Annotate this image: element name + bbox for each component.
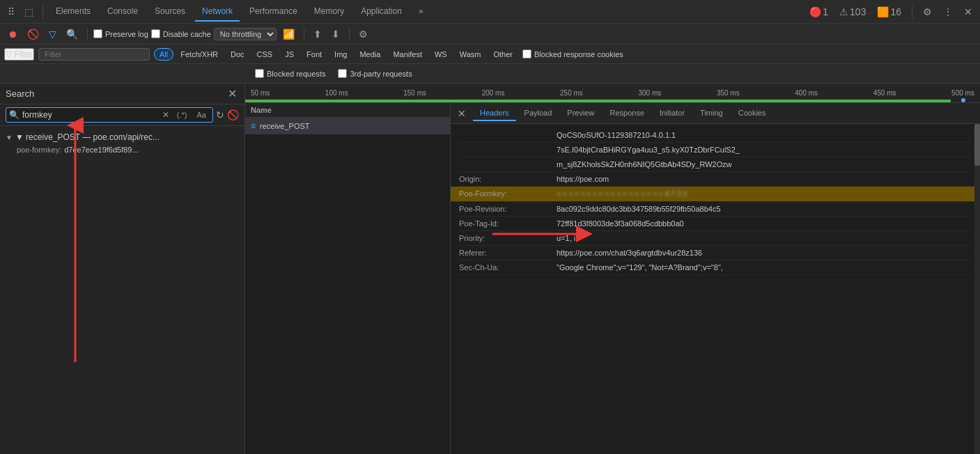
header-key-priority: Priority:: [459, 234, 557, 242]
close-devtools-icon[interactable]: ✕: [960, 4, 976, 19]
clear-button[interactable]: 🚫: [24, 27, 42, 41]
blocked-cookies-label[interactable]: Blocked response cookies: [522, 49, 623, 58]
import-har-button[interactable]: ⬇: [328, 27, 343, 41]
third-party-label[interactable]: 3rd-party requests: [338, 69, 412, 78]
tab-preview[interactable]: Preview: [560, 106, 601, 121]
filter-css-button[interactable]: CSS: [251, 48, 279, 61]
tab-more[interactable]: »: [412, 2, 430, 22]
header-row-revision: Poe-Revision: 8ac092c9ddc80dc3bb347589b5…: [459, 202, 972, 217]
filter-media-button[interactable]: Media: [354, 48, 386, 61]
notif-count-button[interactable]: 🟧 16: [873, 4, 905, 19]
preserve-log-checkbox[interactable]: [93, 29, 102, 38]
timeline-label-3: 200 ms: [482, 89, 505, 97]
filter-img-button[interactable]: Img: [329, 48, 352, 61]
filter-all-button[interactable]: All: [154, 48, 173, 61]
tab-headers[interactable]: Headers: [473, 106, 516, 121]
tab-memory[interactable]: Memory: [307, 2, 351, 22]
warn-triangle-icon: ⚠: [839, 6, 848, 17]
header-row-tagid: Poe-Tag-Id: 72ff81d3f8003de3f3a068d5cdbb…: [459, 217, 972, 231]
tab-response[interactable]: Response: [602, 106, 651, 121]
search-clear-button[interactable]: ✕: [161, 110, 171, 120]
header-row-sec-ch-ua: Sec-Ch-Ua: "Google Chrome";v="129", "Not…: [459, 260, 972, 275]
search-button[interactable]: 🔍: [63, 27, 81, 41]
search-refresh-button[interactable]: ↻: [216, 109, 224, 120]
filter-icon[interactable]: ▽ Filter: [4, 48, 34, 61]
details-close-button[interactable]: ✕: [455, 108, 469, 119]
network-settings-icon[interactable]: ⚙: [355, 27, 371, 41]
search-results: ▼ ▼ receive_POST — poe.com/api/rec... po…: [0, 126, 244, 454]
net-divider-2: [304, 28, 304, 40]
timeline-label-7: 400 ms: [795, 89, 818, 97]
filter-type-group: All Fetch/XHR Doc CSS JS Font Img Media …: [154, 48, 518, 61]
filter-js-button[interactable]: JS: [279, 48, 300, 61]
tab-payload[interactable]: Payload: [518, 106, 559, 121]
tab-performance[interactable]: Performance: [242, 2, 304, 22]
filter-toggle-button[interactable]: ▽: [45, 27, 60, 41]
filter-wasm-button[interactable]: Wasm: [454, 48, 487, 61]
scrollbar-thumb[interactable]: [974, 124, 980, 166]
filter-input[interactable]: [38, 48, 150, 61]
header-key-revision: Poe-Revision:: [459, 205, 557, 213]
filter-fetch-button[interactable]: Fetch/XHR: [175, 48, 224, 61]
result-group-header[interactable]: ▼ ▼ receive_POST — poe.com/api/rec...: [6, 130, 239, 144]
right-panel: 50 ms 100 ms 150 ms 200 ms 250 ms 300 ms…: [245, 84, 980, 454]
filter-other-button[interactable]: Other: [488, 48, 518, 61]
request-list-items: ≡ receive_POST: [245, 118, 450, 454]
tab-network[interactable]: Network: [195, 2, 240, 22]
inspect-icon[interactable]: ⬚: [21, 4, 37, 19]
notif-count: 16: [890, 6, 901, 17]
filter-row: ▽ Filter All Fetch/XHR Doc CSS JS Font I…: [0, 45, 980, 64]
tab-elements[interactable]: Elements: [49, 2, 98, 22]
tab-application[interactable]: Application: [354, 2, 409, 22]
search-cancel-button[interactable]: 🚫: [227, 109, 239, 120]
throttle-select[interactable]: No throttling: [214, 28, 277, 40]
header-row-0: QoCS0oSUfO-1129387210-4.0.1.1: [459, 128, 972, 143]
filter-ws-button[interactable]: WS: [429, 48, 453, 61]
blocked-cookies-checkbox[interactable]: [522, 49, 531, 58]
error-count-button[interactable]: 🔴 1: [806, 4, 832, 19]
preserve-log-label[interactable]: Preserve log: [93, 29, 148, 38]
blocked-requests-checkbox[interactable]: [255, 69, 264, 78]
notif-icon: 🟧: [877, 6, 889, 17]
regex-button[interactable]: (.*): [173, 109, 191, 120]
timeline-green-bar: [245, 100, 951, 102]
header-value-priority: u=1, i: [557, 234, 575, 242]
header-row-origin: Origin: https://poe.com: [459, 172, 972, 187]
result-group: ▼ ▼ receive_POST — poe.com/api/rec... po…: [0, 129, 244, 157]
wifi-icon[interactable]: 📶: [279, 27, 298, 41]
export-har-button[interactable]: ⬆: [310, 27, 325, 41]
disable-cache-checkbox[interactable]: [151, 29, 160, 38]
scrollbar-track: [974, 124, 980, 454]
tab-cookies[interactable]: Cookies: [731, 106, 773, 121]
request-item[interactable]: ≡ receive_POST: [245, 118, 450, 134]
blocked-requests-label[interactable]: Blocked requests: [255, 69, 325, 78]
search-text-input[interactable]: [22, 110, 158, 120]
tab-sources[interactable]: Sources: [148, 2, 192, 22]
search-close-button[interactable]: ✕: [226, 87, 239, 100]
result-caret-icon: ▼: [6, 134, 13, 141]
filter-doc-button[interactable]: Doc: [225, 48, 250, 61]
record-button[interactable]: ⏺: [4, 27, 21, 41]
tab-console[interactable]: Console: [100, 2, 145, 22]
toolbar-divider-1: [42, 5, 43, 19]
disable-cache-label[interactable]: Disable cache: [151, 29, 211, 38]
tab-timing[interactable]: Timing: [693, 106, 730, 121]
third-party-checkbox[interactable]: [338, 69, 347, 78]
result-value: d7ee7ece19f6d5f89...: [64, 146, 138, 154]
disable-cache-text: Disable cache: [163, 30, 211, 38]
header-key-formkey: Poe-Formkey:: [459, 189, 557, 198]
filter-font-button[interactable]: Font: [301, 48, 327, 61]
settings-icon[interactable]: ⚙: [919, 4, 935, 19]
details-tabs: ✕ Headers Payload Preview Response Initi…: [451, 103, 980, 124]
tab-initiator[interactable]: Initiator: [653, 106, 692, 121]
request-list-header: Name: [245, 103, 450, 118]
filter-manifest-button[interactable]: Manifest: [387, 48, 428, 61]
header-value-2: m_sj8ZKholsSkZH0nh6NIQ5GtbAb4SDy_RW2Ozw: [557, 160, 732, 169]
more-options-icon[interactable]: ⋮: [940, 4, 956, 19]
blocked-requests-text: Blocked requests: [267, 70, 325, 78]
headers-section: QoCS0oSUfO-1129387210-4.0.1.1 7sE.I04bjt…: [451, 128, 980, 275]
timeline-label-0: 50 ms: [251, 89, 270, 97]
case-sensitive-button[interactable]: Aa: [194, 109, 210, 120]
warn-count-button[interactable]: ⚠ 103: [836, 4, 869, 19]
devtools-icon[interactable]: ⠿: [4, 4, 18, 19]
